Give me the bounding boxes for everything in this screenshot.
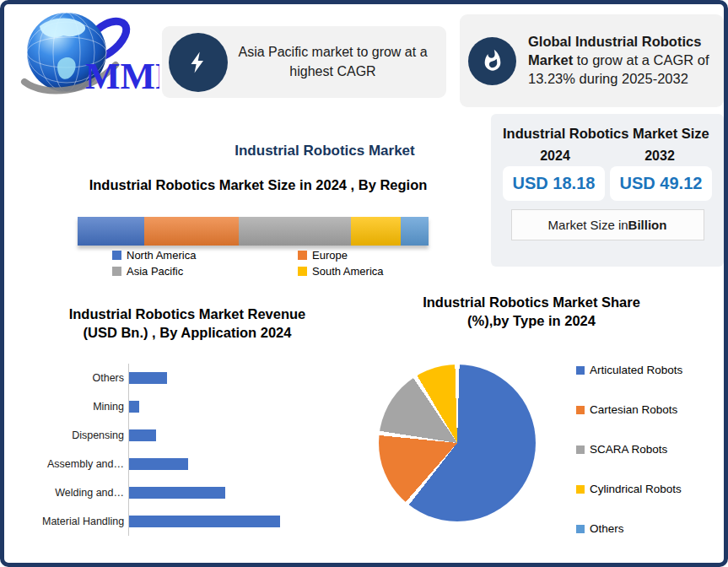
legend-label: Others <box>590 522 624 535</box>
callout-text: Global Industrial Robotics Market to gro… <box>516 33 717 88</box>
legend-label: SCARA Robots <box>590 443 667 456</box>
legend-label: South America <box>312 265 384 278</box>
bar-row: Material Handling <box>42 507 354 536</box>
bar-category-label: Assembly and… <box>42 458 128 470</box>
market-size-footnote: Market Size in Billion <box>511 209 704 240</box>
logo-text: MMR <box>85 56 159 97</box>
mmr-logo: MMR <box>14 8 159 100</box>
legend-item: Asia Pacific <box>112 265 298 278</box>
legend-swatch <box>576 366 585 375</box>
legend-swatch <box>576 406 585 414</box>
legend-item: Cylindrical Robots <box>576 483 682 495</box>
legend-item: North America <box>112 249 298 262</box>
bar-category-label: Welding and… <box>42 487 128 499</box>
region-legend: North AmericaEuropeAsia PacificSouth Ame… <box>112 249 424 278</box>
stacked-bar-segment <box>351 217 400 246</box>
bar-track <box>128 507 297 536</box>
market-size-2032-value: USD 49.12 <box>610 166 712 201</box>
legend-swatch <box>298 251 307 260</box>
legend-item: Others <box>576 522 682 535</box>
bar-row: Welding and… <box>42 478 354 507</box>
legend-swatch <box>112 251 121 260</box>
region-chart-title: Industrial Robotics Market Size in 2024 … <box>76 176 440 194</box>
legend-label: Asia Pacific <box>127 265 183 278</box>
legend-item: Europe <box>298 249 424 262</box>
bar <box>129 401 139 413</box>
bar-category-label: Others <box>42 372 128 384</box>
years-row: 2024 2032 <box>503 148 712 164</box>
bar <box>129 429 156 441</box>
year-2032-label: 2032 <box>607 148 712 164</box>
year-2024-label: 2024 <box>503 148 607 164</box>
legend-label: Cartesian Robots <box>590 403 677 416</box>
bar-row: Mining <box>42 392 354 421</box>
infographic-frame: MMR Asia Pacific market to grow at a hig… <box>0 0 728 567</box>
application-chart-title: Industrial Robotics Market Revenue (USD … <box>52 305 322 343</box>
region-stacked-bar <box>78 217 429 246</box>
type-share-pie <box>379 364 536 521</box>
legend-swatch <box>112 267 121 276</box>
bar-track <box>128 450 297 478</box>
legend-swatch <box>298 267 307 276</box>
market-size-title: Industrial Robotics Market Size <box>503 125 712 143</box>
market-size-2024-value: USD 18.18 <box>503 166 605 201</box>
stacked-bar-segment <box>144 217 239 246</box>
footnote-bold: Billion <box>628 218 667 232</box>
legend-label: Europe <box>312 249 348 262</box>
legend-label: Cylindrical Robots <box>590 483 682 495</box>
application-bar-chart: OthersMiningDispensingAssembly and…Weldi… <box>42 364 354 536</box>
bar-row: Others <box>42 364 354 392</box>
bar-track <box>128 364 297 392</box>
legend-label: Articulated Robots <box>590 364 682 376</box>
bar <box>129 487 225 499</box>
pie-legend: Articulated RobotsCartesian RobotsSCARA … <box>576 364 682 535</box>
bar-category-label: Dispensing <box>42 429 128 441</box>
bar-category-label: Mining <box>42 401 128 413</box>
callout-text: Asia Pacific market to grow at a highest… <box>228 43 438 81</box>
stacked-bar-segment <box>239 217 351 246</box>
globe-icon: MMR <box>14 8 159 100</box>
bar-category-label: Material Handling <box>42 516 128 527</box>
bar <box>129 516 280 527</box>
bar <box>129 458 188 470</box>
bar-track <box>128 392 297 421</box>
legend-item: South America <box>298 265 424 278</box>
page-title: Industrial Robotics Market <box>198 143 451 159</box>
bar-track <box>128 478 297 507</box>
bar-track <box>128 421 297 450</box>
legend-swatch <box>576 446 585 454</box>
stacked-bar-segment <box>78 217 144 246</box>
bar-row: Assembly and… <box>42 450 354 478</box>
lightning-icon <box>169 33 228 92</box>
stacked-bar-segment <box>401 217 429 246</box>
type-share-chart-title: Industrial Robotics Market Share (%),by … <box>401 293 662 331</box>
legend-item: Articulated Robots <box>576 364 682 376</box>
market-size-panel: Industrial Robotics Market Size 2024 203… <box>491 114 724 267</box>
callout-global-cagr: Global Industrial Robotics Market to gro… <box>460 14 724 107</box>
bar <box>129 372 167 384</box>
bar-row: Dispensing <box>42 421 354 450</box>
flame-icon <box>468 37 516 85</box>
legend-swatch <box>576 525 585 533</box>
legend-item: SCARA Robots <box>576 443 682 456</box>
callout-asia-pacific: Asia Pacific market to grow at a highest… <box>162 26 446 98</box>
legend-label: North America <box>127 249 196 262</box>
footnote-prefix: Market Size in <box>548 218 628 232</box>
value-cards-row: USD 18.18 USD 49.12 <box>503 166 712 201</box>
legend-swatch <box>576 485 585 494</box>
legend-item: Cartesian Robots <box>576 403 682 416</box>
